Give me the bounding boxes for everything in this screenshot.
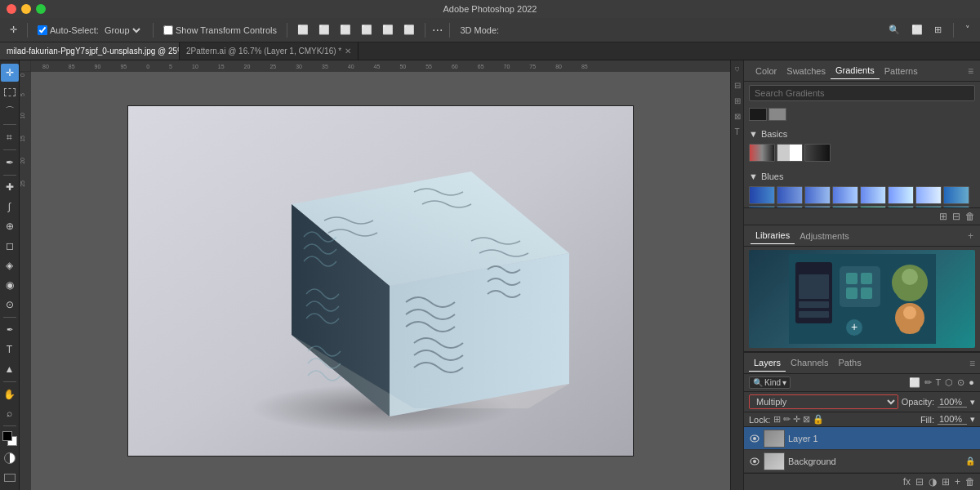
align-bottom-btn[interactable]: ⬜	[400, 23, 418, 37]
tool-brush[interactable]: ∫	[1, 198, 19, 216]
auto-select-checkbox[interactable]	[38, 25, 47, 35]
align-right-btn[interactable]: ⬜	[336, 23, 354, 37]
tool-crop[interactable]: ⌗	[1, 128, 19, 146]
tool-shape[interactable]: ▲	[1, 360, 19, 378]
basics-swatch-3[interactable]	[804, 144, 831, 162]
gradient-search-input[interactable]	[749, 85, 975, 101]
more-right-btn[interactable]: ˅	[962, 23, 973, 37]
screen-mode-btn[interactable]	[1, 469, 19, 487]
blues-swatch-6[interactable]	[888, 186, 914, 204]
tab-patterns[interactable]: Patterns	[880, 63, 923, 79]
tab2-close-btn[interactable]: ✕	[345, 47, 351, 56]
show-transform-control[interactable]: Show Transform Controls	[160, 24, 280, 37]
tool-move[interactable]: ✛	[1, 64, 19, 82]
layer-row-background[interactable]: Background 🔒	[744, 450, 980, 473]
lock-all-btn[interactable]: 🔒	[813, 414, 824, 425]
basics-swatch-2[interactable]	[777, 144, 803, 162]
layer-group-btn[interactable]: ⊞	[942, 476, 950, 488]
align-top-btn[interactable]: ⬜	[358, 23, 376, 37]
tool-eyedropper[interactable]: ✒	[1, 154, 19, 172]
gradient-small-grid-btn[interactable]: ⊞	[939, 211, 947, 222]
auto-select-control[interactable]: Auto-Select: Group Layer	[34, 23, 146, 38]
blues-swatch-7[interactable]	[915, 186, 942, 204]
tool-select[interactable]	[1, 83, 19, 101]
opacity-dropdown-icon[interactable]: ▾	[970, 397, 975, 408]
maximize-button[interactable]	[36, 4, 46, 14]
tool-hand[interactable]: ✋	[1, 385, 19, 403]
tool-text[interactable]: T	[1, 341, 19, 359]
color-chip-black[interactable]	[749, 108, 767, 121]
lock-draw-btn[interactable]: ✏	[783, 414, 791, 425]
filter-shape-btn[interactable]: ⬡	[944, 376, 954, 389]
more-options-btn[interactable]: ···	[432, 23, 443, 38]
tab-channels[interactable]: Channels	[786, 354, 833, 372]
auto-select-dropdown[interactable]: Group Layer	[101, 24, 143, 36]
filter-smart-btn[interactable]: ⊙	[956, 376, 965, 389]
blues-swatch-4[interactable]	[832, 186, 858, 204]
layers-kind-filter[interactable]: 🔍 Kind ▾	[749, 376, 791, 389]
filter-toggle-btn[interactable]: ●	[968, 376, 975, 389]
lock-move-btn[interactable]: ✛	[793, 414, 800, 425]
quick-mask-btn[interactable]	[1, 449, 19, 467]
rsi-icon4[interactable]: ⊠	[734, 112, 741, 121]
tab-color[interactable]: Color	[751, 63, 782, 79]
libraries-add-btn[interactable]: +	[968, 230, 973, 242]
tab-adjustments[interactable]: Adjustments	[795, 228, 854, 244]
filter-adjustment-btn[interactable]: ✏	[924, 376, 933, 389]
gradient-large-grid-btn[interactable]: ⊟	[952, 211, 960, 222]
lock-pixel-btn[interactable]: ⊞	[773, 414, 781, 425]
layer-delete-btn[interactable]: 🗑	[965, 476, 975, 488]
close-button[interactable]	[7, 4, 16, 14]
tool-eraser[interactable]: ◻	[1, 237, 19, 255]
color-chip-gray[interactable]	[768, 108, 786, 121]
align-center-btn[interactable]: ⬜	[315, 23, 333, 37]
minimize-button[interactable]	[21, 4, 31, 14]
tool-blur[interactable]: ◉	[1, 276, 19, 294]
lock-artboard-btn[interactable]: ⊠	[803, 414, 810, 425]
tool-heal[interactable]: ✚	[1, 179, 19, 197]
layer-adjustment-btn[interactable]: ◑	[929, 476, 937, 488]
layer-mask-btn[interactable]: ⊟	[915, 476, 924, 488]
filter-text-btn[interactable]: T	[935, 376, 942, 389]
show-transform-checkbox[interactable]	[163, 25, 173, 35]
blues-swatch-8[interactable]	[943, 186, 969, 204]
tab-swatches[interactable]: Swatches	[782, 63, 831, 79]
tool-lasso[interactable]: ⌒	[1, 103, 19, 121]
layer-new-btn[interactable]: +	[955, 476, 960, 488]
search-btn[interactable]: 🔍	[885, 23, 903, 37]
tab-paths[interactable]: Paths	[834, 354, 866, 372]
panel-menu-btn[interactable]: ≡	[968, 65, 973, 77]
tool-dodge[interactable]: ⊙	[1, 296, 19, 314]
tool-clone[interactable]: ⊕	[1, 217, 19, 235]
layer1-visibility-btn[interactable]	[749, 433, 760, 444]
blues-swatch-5[interactable]	[860, 186, 886, 204]
gradient-delete-btn[interactable]: 🗑	[965, 211, 975, 222]
fill-value[interactable]: 100%	[938, 414, 967, 425]
tool-pen[interactable]: ✒	[1, 321, 19, 339]
tool-zoom[interactable]: ⌕	[1, 405, 19, 423]
opacity-value[interactable]: 100%	[938, 397, 967, 408]
preset-group-basics-header[interactable]: ▼ Basics	[749, 127, 975, 140]
rsi-icon3[interactable]: ⊞	[734, 96, 741, 105]
tab-layers[interactable]: Layers	[749, 354, 786, 372]
preset-group-blues-header[interactable]: ▼ Blues	[749, 170, 975, 183]
tool-gradient[interactable]: ◈	[1, 256, 19, 274]
canvas-scroll-area[interactable]	[31, 72, 730, 490]
tab-file2[interactable]: 2Pattern.ai @ 16.7% (Layer 1, CMYK/16) *…	[180, 42, 359, 60]
blues-swatch-3[interactable]	[804, 186, 831, 204]
rsi-icon2[interactable]: ⊟	[734, 81, 741, 90]
arrange-btn[interactable]: ⊞	[931, 23, 945, 37]
move-tool-icon[interactable]: ✛	[7, 23, 20, 37]
tab-libraries[interactable]: Libraries	[751, 227, 795, 244]
layer-fx-btn[interactable]: fx	[903, 476, 911, 488]
blues-swatch-1[interactable]	[749, 186, 775, 204]
fill-dropdown-icon[interactable]: ▾	[970, 414, 975, 425]
layer-row-layer1[interactable]: Layer 1	[744, 427, 980, 450]
tab-file1[interactable]: milad-fakurian-PpgY7sjpf_0-unsplash.jpg …	[0, 42, 180, 60]
rsi-icon5[interactable]: T	[734, 127, 739, 136]
rsi-icon1[interactable]: ⌂	[733, 65, 742, 74]
basics-swatch-1[interactable]	[749, 144, 775, 162]
align-left-btn[interactable]: ⬜	[294, 23, 312, 37]
blues-swatch-2[interactable]	[777, 186, 803, 204]
tab-gradients[interactable]: Gradients	[831, 62, 880, 79]
